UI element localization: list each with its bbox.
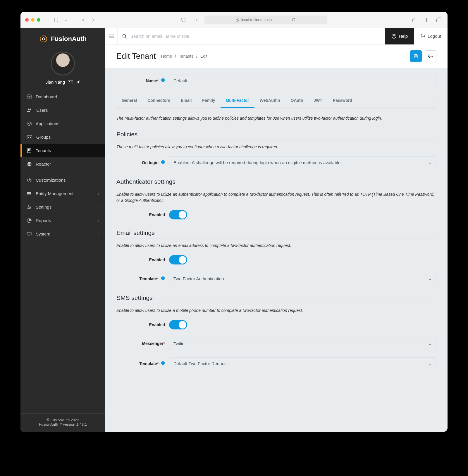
sidebar-item-reactor[interactable]: Reactor bbox=[20, 157, 105, 171]
email-template-value: Two Factor Authentication bbox=[173, 276, 224, 281]
window-controls[interactable] bbox=[25, 18, 40, 22]
name-input[interactable] bbox=[169, 75, 436, 86]
shield-icon[interactable] bbox=[180, 18, 187, 22]
undo-icon bbox=[428, 54, 433, 58]
help-icon: ? bbox=[392, 34, 396, 39]
browser-window: ⌄ A local.fusionauth.io bbox=[20, 12, 448, 432]
svg-point-17 bbox=[28, 109, 30, 110]
svg-point-35 bbox=[28, 205, 29, 207]
sidebar-item-customizations[interactable]: Customizations ‹ bbox=[20, 173, 105, 187]
breadcrumb: Home/ Tenants/ Edit bbox=[161, 54, 207, 59]
tab-multi-factor[interactable]: Multi-Factor bbox=[221, 94, 254, 108]
database-icon bbox=[27, 192, 32, 196]
close-window-icon[interactable] bbox=[25, 18, 29, 22]
sidebar-item-tenants[interactable]: Tenants bbox=[20, 144, 105, 157]
info-icon[interactable]: i bbox=[161, 276, 165, 280]
svg-point-39 bbox=[28, 208, 30, 209]
crumb-home[interactable]: Home bbox=[161, 54, 172, 59]
tab-jwt[interactable]: JWT bbox=[308, 94, 328, 108]
enabled-label: Enabled bbox=[149, 322, 165, 327]
mfa-intro: The multi-factor authentication settings… bbox=[116, 108, 436, 125]
vcard-icon[interactable] bbox=[68, 80, 73, 84]
text-size-icon[interactable]: A bbox=[193, 18, 200, 22]
tab-password[interactable]: Password bbox=[328, 94, 357, 108]
tab-oauth[interactable]: OAuth bbox=[285, 94, 309, 108]
svg-rect-7 bbox=[437, 19, 440, 22]
secondary-nav: Customizations ‹ Entity Management ‹ Set… bbox=[20, 173, 105, 240]
save-button[interactable] bbox=[410, 50, 422, 62]
svg-point-18 bbox=[30, 109, 31, 110]
code-icon bbox=[27, 178, 32, 182]
logout-button[interactable]: Logout bbox=[414, 28, 448, 44]
sidebar-item-applications[interactable]: Applications bbox=[20, 117, 105, 130]
authenticator-heading: Authenticator settings bbox=[116, 178, 436, 187]
tab-connectors[interactable]: Connectors bbox=[142, 94, 176, 108]
maximize-window-icon[interactable] bbox=[37, 18, 40, 22]
monitor-icon bbox=[27, 232, 32, 236]
info-icon[interactable]: i bbox=[161, 78, 165, 82]
email-desc: Enable to allow users to utilize an emai… bbox=[116, 238, 436, 251]
chevron-down-icon[interactable]: ⌄ bbox=[63, 17, 69, 23]
share-icon[interactable] bbox=[411, 17, 418, 23]
reload-icon[interactable] bbox=[292, 18, 296, 22]
on-login-select[interactable]: Enabled. A challenge will be required du… bbox=[169, 157, 436, 168]
tab-webauthn[interactable]: WebAuthn bbox=[254, 94, 285, 108]
tabs-overview-icon[interactable] bbox=[435, 17, 443, 23]
sidebar-toggle-icon[interactable] bbox=[51, 18, 59, 22]
version: FusionAuth™ version 1.43.1 bbox=[20, 422, 105, 427]
policies-desc: These multi-factor policies allow you to… bbox=[116, 140, 436, 152]
sidebar-item-groups[interactable]: Groups bbox=[20, 130, 105, 144]
sidebar-item-users[interactable]: Users bbox=[20, 103, 105, 117]
email-enabled-toggle[interactable] bbox=[169, 255, 187, 264]
location-arrow-icon[interactable] bbox=[76, 80, 80, 84]
sidebar-item-settings[interactable]: Settings ‹ bbox=[20, 200, 105, 214]
main: ? Help Logout Edit Tenant Home/ Tenants/… bbox=[105, 28, 448, 432]
info-icon[interactable]: i bbox=[161, 160, 165, 164]
svg-rect-24 bbox=[29, 149, 30, 150]
sliders-icon bbox=[27, 205, 32, 209]
authenticator-desc: Enable to allow users to utilize an auth… bbox=[116, 187, 436, 206]
on-login-value: Enabled. A challenge will be required du… bbox=[173, 160, 340, 165]
email-heading: Email settings bbox=[116, 229, 436, 238]
sidebar-item-label: Settings bbox=[36, 205, 51, 209]
search-input[interactable] bbox=[130, 34, 224, 39]
email-template-select[interactable]: Two Factor Authentication bbox=[169, 273, 436, 284]
help-button[interactable]: ? Help bbox=[385, 28, 414, 44]
tab-email[interactable]: Email bbox=[176, 94, 197, 108]
sms-desc: Enable to allow users to utilize a mobil… bbox=[116, 303, 436, 316]
sidebar-item-dashboard[interactable]: Dashboard bbox=[20, 90, 105, 103]
crumb-tenants[interactable]: Tenants bbox=[179, 54, 193, 59]
collapse-sidebar-icon[interactable] bbox=[105, 28, 118, 44]
info-icon[interactable]: i bbox=[161, 361, 165, 365]
authenticator-enabled-toggle[interactable] bbox=[169, 210, 187, 219]
nav-forward-icon[interactable] bbox=[90, 18, 96, 22]
page-header: Edit Tenant Home/ Tenants/ Edit bbox=[105, 44, 448, 68]
tab-family[interactable]: Family bbox=[197, 94, 220, 108]
sidebar-item-reports[interactable]: Reports ‹ bbox=[20, 214, 105, 227]
svg-point-21 bbox=[30, 137, 31, 138]
url-bar[interactable]: local.fusionauth.io bbox=[204, 16, 327, 24]
sidebar-item-label: Groups bbox=[36, 135, 51, 140]
enabled-label: Enabled bbox=[149, 212, 165, 217]
nav-back-icon[interactable] bbox=[80, 18, 86, 22]
new-tab-icon[interactable] bbox=[423, 17, 430, 23]
sidebar-footer: © FusionAuth 2023 FusionAuth™ version 1.… bbox=[20, 413, 105, 432]
svg-rect-27 bbox=[29, 150, 30, 151]
template-label: Template bbox=[139, 276, 157, 281]
svg-rect-13 bbox=[71, 82, 73, 82]
sidebar-item-entity-management[interactable]: Entity Management ‹ bbox=[20, 187, 105, 200]
sms-template-select[interactable]: Default Two Factor Request bbox=[169, 358, 436, 369]
avatar[interactable] bbox=[51, 51, 75, 75]
save-icon bbox=[414, 54, 418, 59]
chevron-left-icon: ‹ bbox=[98, 232, 99, 236]
back-button[interactable] bbox=[425, 50, 436, 62]
sidebar-item-system[interactable]: System ‹ bbox=[20, 227, 105, 240]
minimize-window-icon[interactable] bbox=[31, 18, 35, 22]
sms-enabled-toggle[interactable] bbox=[169, 320, 187, 329]
sidebar-item-label: Entity Management bbox=[36, 191, 73, 196]
messenger-select[interactable]: Twilio bbox=[169, 338, 436, 349]
tab-general[interactable]: General bbox=[116, 94, 142, 108]
policies-heading: Policies bbox=[116, 131, 436, 140]
logout-icon bbox=[421, 34, 425, 39]
sidebar-item-label: Reactor bbox=[36, 161, 51, 166]
